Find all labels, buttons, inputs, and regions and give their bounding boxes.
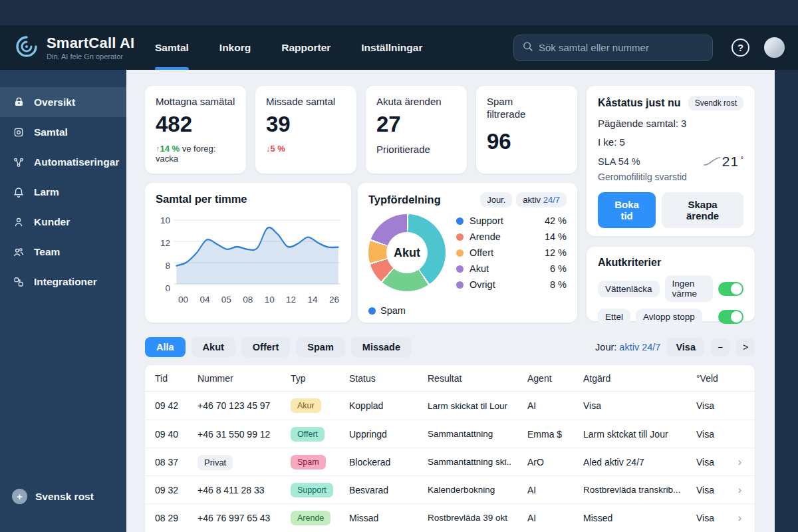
table-row[interactable]: 08 29 +46 76 997 65 43 Arende Missad Ros… bbox=[145, 503, 755, 531]
donut-center-label: Akut bbox=[368, 214, 446, 291]
cell-agent: AI bbox=[527, 400, 583, 411]
cell-atgard: Aled aktiv 24/7 bbox=[583, 457, 696, 467]
chip-avlopp-stopp[interactable]: Avlopp stopp bbox=[636, 309, 702, 325]
tab-spam[interactable]: Spam bbox=[296, 337, 345, 357]
chip-vattenlacka[interactable]: Vättenläcka bbox=[598, 281, 660, 297]
main-content: Mottagna samätal 482 ↑14 % ve foreg: vac… bbox=[126, 70, 775, 532]
kpi-trend: ↓5 % bbox=[266, 144, 346, 154]
cell-atgard: Rostbrevläda transkrib... bbox=[583, 485, 696, 495]
sidebar-item-larm[interactable]: Larm bbox=[0, 177, 126, 207]
cell-atgard: Larm sktckat till Jour bbox=[583, 429, 696, 440]
status-card: Kåstatus just nu Svendk rost Pägäende sa… bbox=[587, 86, 755, 236]
aktiv-prefix: aktiv bbox=[523, 195, 543, 205]
next-button[interactable]: > bbox=[736, 338, 755, 356]
cell-veld-visa[interactable]: Visa bbox=[696, 485, 730, 495]
cell-status: Uppringd bbox=[349, 429, 428, 440]
table-row[interactable]: 09 42 +46 70 123 45 97 Akur Kopplad Larm… bbox=[145, 392, 755, 420]
typ-badge: Support bbox=[291, 483, 333, 497]
kpi-label: Akuta ärenden bbox=[376, 96, 456, 108]
cell-status: Kopplad bbox=[349, 400, 428, 411]
sidebar-item-integrationer[interactable]: Integrationer bbox=[0, 267, 126, 297]
status-line-pagaende: Pägäende samtal: 3 bbox=[598, 118, 743, 129]
y-tick: 8 bbox=[156, 261, 170, 271]
main-nav: Samtal Inkorg Rapporter Inställningar bbox=[155, 25, 422, 70]
smartcall-logo-icon bbox=[13, 33, 40, 63]
sidebar-item-kunder[interactable]: Kunder bbox=[0, 207, 126, 237]
cell-status: Blockerad bbox=[349, 457, 428, 467]
cell-veld-visa[interactable]: Visa bbox=[696, 429, 730, 440]
x-tick: 10 bbox=[265, 295, 275, 305]
cell-veld-visa[interactable]: Visa bbox=[696, 513, 730, 523]
sidebar-item-label: Oversikt bbox=[34, 96, 75, 108]
kpi-note: Prioritierade bbox=[376, 144, 456, 155]
nav-installningar[interactable]: Inställningar bbox=[361, 25, 422, 70]
tab-missade[interactable]: Missade bbox=[351, 337, 412, 357]
cell-veld-visa[interactable]: Visa bbox=[696, 457, 730, 467]
help-icon[interactable]: ? bbox=[732, 39, 749, 57]
x-tick: 04 bbox=[200, 295, 209, 305]
minus-button[interactable]: − bbox=[711, 338, 730, 356]
kpi-label: Mottagna samätal bbox=[156, 96, 235, 108]
aktiv-pill[interactable]: aktiv 24/7 bbox=[516, 192, 567, 207]
x-tick: 26 bbox=[329, 295, 339, 305]
sidebar-item-team[interactable]: Team bbox=[0, 237, 126, 267]
sidebar-item-automatiseringar[interactable]: Automatiseringar bbox=[0, 147, 126, 177]
sidebar-item-oversikt[interactable]: Oversikt bbox=[0, 87, 126, 117]
chip-ingen-varme[interactable]: Ingen värme bbox=[665, 275, 713, 302]
legend-dot bbox=[456, 233, 464, 241]
tab-offert[interactable]: Offert bbox=[241, 337, 290, 357]
col-tid: Tid bbox=[155, 373, 198, 384]
sidebar-footer-svensk-rost[interactable]: + Svensk rost bbox=[12, 489, 94, 504]
toggle-on[interactable] bbox=[718, 310, 743, 324]
chevron-right-icon[interactable]: › bbox=[730, 456, 741, 468]
sidebar-item-label: Integrationer bbox=[34, 276, 97, 288]
kpi-spam-filtrerade: Spam filtrerade 96 bbox=[476, 86, 577, 174]
cell-atgard: Missed bbox=[583, 513, 696, 523]
table-row[interactable]: 08 37 Privat Spam Blockerad Sammantattni… bbox=[145, 448, 755, 475]
kpi-mottagna-samtal: Mottagna samätal 482 ↑14 % ve foreg: vac… bbox=[145, 86, 246, 174]
skapa-arende-button[interactable]: Skapa ärende bbox=[662, 192, 743, 228]
integration-icon bbox=[12, 275, 25, 289]
logo-tagline: Din. AI fele Gn operator bbox=[47, 53, 134, 61]
sidebar-item-label: Larm bbox=[34, 186, 59, 198]
y-tick: 10 bbox=[156, 215, 170, 225]
sidebar-item-label: Team bbox=[34, 246, 60, 258]
tab-alla[interactable]: Alla bbox=[145, 337, 186, 357]
search-input[interactable] bbox=[539, 42, 704, 53]
status-badge: Svendk rost bbox=[688, 96, 743, 110]
legend-row: Offert12 % bbox=[456, 247, 567, 258]
cell-veld-visa[interactable]: Visa bbox=[696, 400, 730, 411]
col-nummer: Nummer bbox=[198, 373, 291, 384]
visa-button[interactable]: Visa bbox=[667, 338, 704, 356]
jour-label: Jour: bbox=[595, 342, 619, 352]
jour-pill[interactable]: Jour. bbox=[480, 192, 512, 207]
search-box[interactable] bbox=[513, 35, 713, 61]
nav-rapporter[interactable]: Rapporter bbox=[281, 25, 331, 70]
nav-samtal[interactable]: Samtal bbox=[155, 25, 189, 70]
legend-label: Akut bbox=[469, 263, 489, 274]
cell-typ: Offert bbox=[291, 427, 349, 442]
kpi-value: 482 bbox=[156, 112, 235, 137]
legend-value: 12 % bbox=[545, 247, 567, 258]
legend-row: Akut6 % bbox=[456, 263, 567, 274]
cell-typ: Arende bbox=[291, 511, 349, 525]
logo: SmartCall AI Din. AI fele Gn operator bbox=[13, 33, 150, 63]
cell-nummer: +46 8 411 28 33 bbox=[198, 485, 291, 495]
boka-tid-button[interactable]: Boka tid bbox=[598, 192, 656, 228]
avatar[interactable] bbox=[764, 37, 785, 58]
table-row[interactable]: 09 40 +46 31 550 99 12 Offert Uppringd S… bbox=[145, 420, 755, 448]
trend-down-text: ↓5 % bbox=[266, 144, 285, 154]
aktiv-value: 24/7 bbox=[543, 195, 560, 205]
chip-ettel[interactable]: Ettel bbox=[598, 309, 630, 325]
hour-chart-xaxis: 00 04 05 08 10 12 14 26 bbox=[178, 295, 339, 305]
cell-tid: 08 37 bbox=[155, 457, 198, 467]
tab-akut[interactable]: Akut bbox=[192, 337, 235, 357]
legend-value: 8 % bbox=[550, 279, 567, 290]
toggle-on[interactable] bbox=[718, 282, 743, 296]
calls-table: Tid Nummer Typ Status Resultat Agent Atg… bbox=[145, 365, 755, 532]
chevron-right-icon[interactable]: › bbox=[730, 512, 741, 524]
chevron-right-icon[interactable]: › bbox=[730, 484, 741, 496]
table-row[interactable]: 09 32 +46 8 411 28 33 Support Besvarad K… bbox=[145, 475, 755, 503]
sidebar-item-samtal[interactable]: Samtal bbox=[0, 117, 126, 147]
nav-inkorg[interactable]: Inkorg bbox=[219, 25, 251, 70]
